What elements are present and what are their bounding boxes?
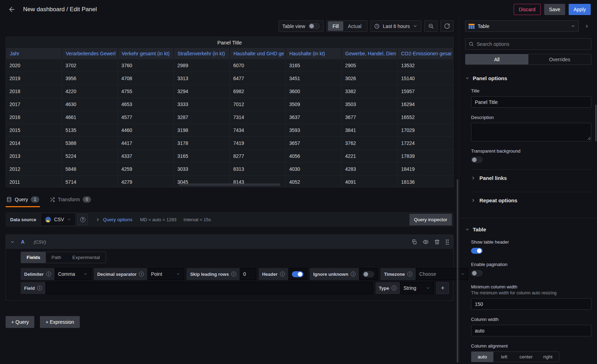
max-data-points: MD = auto = 1283: [140, 217, 176, 222]
sidebar-scrollbar[interactable]: [595, 105, 597, 141]
panel-title-input[interactable]: [471, 96, 591, 108]
zoom-out-button[interactable]: [424, 20, 437, 32]
align-option-center[interactable]: center: [515, 352, 537, 362]
field-input[interactable]: [45, 282, 372, 294]
add-expression-button[interactable]: + Expression: [40, 316, 79, 328]
chevron-down-icon: [176, 272, 180, 276]
panel-links-section[interactable]: Panel links: [471, 169, 591, 186]
back-button[interactable]: [6, 4, 17, 15]
align-option-right[interactable]: right: [537, 352, 559, 362]
discard-button[interactable]: Discard: [514, 4, 541, 15]
table-cell: 3451: [286, 72, 342, 85]
horizontal-scrollbar[interactable]: [179, 183, 280, 186]
delimiter-select[interactable]: Comma: [55, 268, 91, 280]
table-row: 201746304653333370123509350316294: [6, 98, 453, 111]
query-inspector-button[interactable]: Query inspector: [409, 214, 452, 225]
table-cell: 3503: [342, 98, 398, 111]
editor-tab-fields[interactable]: Fields: [21, 252, 46, 263]
table-view-toggle[interactable]: [308, 23, 320, 29]
column-header[interactable]: Verarbeitendes Gewerl: [62, 48, 118, 59]
header-toggle[interactable]: [292, 271, 303, 277]
table-cell: 4283: [342, 163, 398, 175]
table-cell: 7314: [230, 111, 286, 124]
delimiter-label: Delimiteri: [21, 268, 55, 280]
table-view-label: Table view: [282, 23, 305, 29]
timezone-label: Timezonei: [380, 268, 416, 280]
transparent-background-toggle[interactable]: [471, 157, 483, 163]
main-scrollbar[interactable]: [457, 179, 458, 363]
query-options-link[interactable]: Query options: [103, 217, 132, 222]
table-cell: 8277: [230, 150, 286, 162]
query-ref-id[interactable]: A: [21, 239, 24, 245]
panel-options-header[interactable]: Panel options: [459, 75, 597, 81]
table-cell: 3956: [62, 72, 118, 85]
table-cell: 4577: [118, 111, 174, 124]
decimal-separator-select[interactable]: Point: [147, 268, 184, 280]
tab-all[interactable]: All: [465, 54, 528, 64]
eye-icon[interactable]: [423, 239, 429, 245]
info-icon: i: [280, 272, 285, 276]
column-header[interactable]: Verkehr gesamt (in kt): [118, 48, 174, 59]
table-row: 201352244337316582774056422117839: [6, 150, 453, 163]
tab-transform[interactable]: Transform 0: [49, 194, 92, 207]
table-row: 201646614577328773143637367716552: [6, 111, 453, 124]
trash-icon[interactable]: [434, 239, 440, 245]
table-cell: 3593: [286, 124, 342, 136]
column-header[interactable]: Straßenverkehr (in kt): [174, 48, 230, 59]
column-header[interactable]: Haushalte und GHD ge: [230, 48, 286, 59]
datasource-picker[interactable]: CSV: [42, 214, 75, 225]
apply-button[interactable]: Apply: [569, 4, 591, 15]
time-range-label: Last 6 hours: [383, 23, 410, 29]
collapse-sidebar-button[interactable]: [582, 20, 591, 32]
chevron-down-icon[interactable]: [10, 240, 15, 244]
fill-option[interactable]: Fill: [328, 21, 343, 31]
type-select[interactable]: String: [400, 282, 434, 294]
minimum-column-width-input[interactable]: [471, 298, 591, 310]
table-cell: 6982: [230, 85, 286, 98]
description-textarea[interactable]: [471, 123, 591, 141]
actual-option[interactable]: Actual: [343, 21, 366, 31]
ignore-unknown-toggle[interactable]: [363, 271, 374, 277]
duplicate-icon[interactable]: [412, 239, 417, 245]
refresh-button[interactable]: [440, 20, 454, 32]
table-cell: 5714: [62, 176, 118, 187]
table-cell: 3198: [174, 124, 230, 136]
datasource-label: Data source: [7, 217, 39, 222]
table-row: 201551354460319874343593384117029: [6, 124, 453, 137]
datasource-help-button[interactable]: ?: [77, 214, 88, 225]
table-cell: 3165: [174, 150, 230, 162]
repeat-options-section[interactable]: Repeat options: [471, 192, 591, 209]
skip-leading-rows-input[interactable]: 0: [240, 268, 256, 280]
column-header[interactable]: Gewerbe, Handel, Dien: [342, 48, 398, 59]
time-range-picker[interactable]: Last 6 hours: [370, 20, 421, 32]
table-cell: 2017: [6, 98, 62, 111]
drag-handle-icon[interactable]: [445, 239, 449, 245]
enable-pagination-toggle[interactable]: [471, 270, 483, 276]
align-option-auto[interactable]: auto: [471, 352, 493, 362]
column-header[interactable]: Jahr: [6, 48, 62, 59]
show-table-header-toggle[interactable]: [471, 248, 483, 254]
table-cell: 4279: [118, 176, 174, 187]
zoom-out-icon: [428, 23, 434, 29]
editor-tab-path[interactable]: Path: [46, 252, 67, 263]
options-search: [465, 38, 591, 50]
tab-overrides[interactable]: Overrides: [528, 54, 591, 64]
editor-tab-experimental[interactable]: Experimental: [67, 252, 106, 263]
tab-query[interactable]: Query 1: [6, 194, 40, 207]
column-header[interactable]: Haushalte (in kt): [286, 48, 342, 59]
info-icon: i: [46, 272, 51, 276]
visualization-picker[interactable]: Table: [465, 20, 579, 32]
table-cell: 3677: [342, 111, 398, 124]
add-field-button[interactable]: +: [436, 282, 449, 294]
table-cell: 3702: [62, 59, 118, 72]
align-option-left[interactable]: left: [493, 352, 515, 362]
search-options-input[interactable]: [477, 41, 588, 47]
save-button[interactable]: Save: [544, 4, 565, 15]
table-options-header[interactable]: Table: [459, 226, 597, 232]
chevron-down-icon: [67, 217, 71, 222]
type-label: Typei: [375, 282, 400, 294]
column-header[interactable]: CO2-Emissionen gesar: [398, 48, 453, 59]
add-query-button[interactable]: + Query: [6, 316, 34, 328]
column-width-input[interactable]: [471, 325, 591, 336]
search-icon: [469, 41, 474, 47]
